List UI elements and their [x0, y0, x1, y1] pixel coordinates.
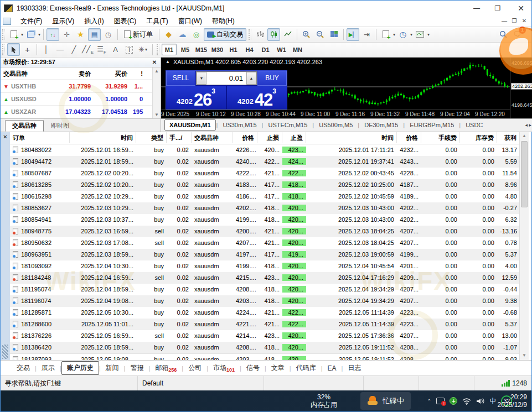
- equidistant-channel-tool[interactable]: ╱╱E: [81, 43, 94, 56]
- profiles-dropdown[interactable]: ▾: [38, 32, 40, 37]
- maximize-button[interactable]: ❐: [490, 3, 505, 14]
- new-order-button[interactable]: + 新订单: [121, 28, 156, 41]
- wifi-icon[interactable]: [462, 398, 471, 405]
- order-row[interactable]: 1810930922025.12.04 10:30...buy0.02xauus…: [10, 260, 519, 272]
- mdi-close-button[interactable]: ✕: [519, 16, 529, 26]
- order-row[interactable]: 1809506322025.12.03 17:08...sell0.02xauu…: [10, 237, 519, 249]
- strategy-tester-button[interactable]: ◷: [102, 28, 115, 41]
- terminal-tab-公司[interactable]: 公司: [183, 362, 206, 374]
- chart-tab-US30m-M15[interactable]: US30m,M15: [218, 120, 261, 130]
- chart-tab-USTECm-M15[interactable]: USTECm,M15: [264, 120, 312, 130]
- order-row[interactable]: 1809487752025.12.03 16:59...sell0.02xauu…: [10, 226, 519, 237]
- terminal-tab-文章[interactable]: 文章: [266, 362, 290, 374]
- autotrading-button[interactable]: ▶ 自动交易: [204, 28, 246, 41]
- mw-column-header[interactable]: 买价: [94, 70, 130, 78]
- terminal-toggle[interactable]: ▤: [88, 28, 101, 41]
- notifications-button[interactable]: 🗨︎ 1: [511, 28, 524, 41]
- orders-column-header[interactable]: 类型: [136, 132, 167, 143]
- terminal-tab-信号[interactable]: 信号: [241, 362, 265, 374]
- candlestick-button[interactable]: [267, 28, 280, 41]
- order-row[interactable]: 1809639512025.12.03 18:59...buy0.02xauus…: [10, 249, 519, 260]
- orders-column-header[interactable]: 手.../: [167, 132, 192, 143]
- bar-chart-button[interactable]: [254, 28, 266, 41]
- menu-item-工具[interactable]: 工具(T): [141, 16, 173, 27]
- market-watch-row[interactable]: ▼USXTHB31.779931.92991...: [1, 80, 152, 93]
- menu-item-文件[interactable]: 文件(F): [16, 16, 47, 27]
- market-watch-tab-交易品种[interactable]: 交易品种: [5, 120, 44, 132]
- connection-status[interactable]: 1248: [497, 376, 531, 390]
- tray-expand-icon[interactable]: ⌃: [427, 398, 431, 404]
- chart-area[interactable]: ▲ XAUUSDm,M1 4202.605 4203.220 4202.193 …: [161, 58, 532, 118]
- text-label-tool[interactable]: T: [123, 43, 136, 56]
- order-row[interactable]: 1806132852025.12.02 10:20...buy0.02xauus…: [10, 179, 519, 191]
- cursor-tool[interactable]: [7, 43, 20, 56]
- trendline-tool[interactable]: ╱: [68, 43, 80, 56]
- terminal-tab-新闻[interactable]: 新闻: [101, 362, 124, 374]
- tile-windows-button[interactable]: [328, 28, 340, 41]
- menu-item-窗口[interactable]: 窗口(W): [173, 16, 207, 27]
- speaker-icon[interactable]: [476, 398, 484, 405]
- terminal-tab-日志[interactable]: 日志: [343, 362, 366, 374]
- chart-tab-EURGBPm-M15[interactable]: EURGBPm,M15: [405, 120, 458, 130]
- orders-column-header[interactable]: 价格: [397, 132, 421, 143]
- orders-column-header[interactable]: 时间: [70, 132, 136, 143]
- terminal-close-icon[interactable]: ✕: [3, 134, 7, 140]
- text-tool[interactable]: A: [109, 43, 122, 56]
- collapse-triangle-icon[interactable]: ▲: [166, 59, 170, 64]
- order-row[interactable]: 1811950742025.12.04 18:59...buy0.02xauus…: [10, 284, 519, 295]
- timeframe-h4[interactable]: H4: [242, 44, 257, 55]
- scroll-up-icon[interactable]: ▲: [154, 69, 159, 74]
- navigator-button[interactable]: ★: [74, 28, 87, 41]
- terminal-tab-邮箱[interactable]: 邮箱256: [150, 362, 182, 374]
- chart-tab-XAUUSDm-M1[interactable]: XAUUSDm,M1: [164, 119, 216, 131]
- periods-button[interactable]: ◷: [396, 28, 409, 41]
- terminal-tab-警报[interactable]: 警报: [125, 362, 148, 374]
- chart-tab-US500m-M5[interactable]: US500m,M5: [314, 120, 357, 130]
- market-watch-row[interactable]: ▲USXUSD1.000001.000000: [1, 93, 152, 106]
- menu-item-显示[interactable]: 显示(V): [47, 16, 79, 27]
- buy-price-tile[interactable]: 4202 42 3: [227, 86, 287, 109]
- orders-column-header[interactable]: 交易品种: [192, 132, 233, 143]
- data-window-button[interactable]: ✛: [60, 28, 73, 41]
- indicators-dropdown[interactable]: ▾: [393, 32, 395, 37]
- terminal-tab-账户历史[interactable]: 账户历史: [61, 361, 99, 375]
- chart-tab-DE30m-M15[interactable]: DE30m,M15: [360, 120, 402, 130]
- line-chart-button[interactable]: [281, 28, 294, 41]
- menu-item-图表[interactable]: 图表(C): [109, 16, 142, 27]
- timeframe-m5[interactable]: M5: [178, 44, 193, 55]
- volume-input[interactable]: 0.01: [206, 72, 246, 85]
- signals-button[interactable]: ◎: [190, 28, 203, 41]
- terminal-tab-交易[interactable]: 交易: [12, 362, 35, 374]
- indicators-button[interactable]: +: [379, 28, 392, 41]
- tray-plus-icon[interactable]: +: [450, 397, 457, 405]
- orders-column-header[interactable]: 获利: [497, 132, 520, 143]
- order-row[interactable]: 1804830222025.12.01 16:59...buy0.02xauus…: [10, 144, 519, 156]
- terminal-scrollbar[interactable]: ▲ ▼: [519, 132, 529, 376]
- scroll-down-icon[interactable]: ▼: [522, 353, 526, 358]
- menu-item-帮助[interactable]: 帮助(H): [207, 16, 240, 27]
- scroll-up-icon[interactable]: ▲: [522, 133, 526, 138]
- sell-button[interactable]: SELL: [166, 71, 195, 86]
- toolbar-grip[interactable]: [2, 44, 5, 55]
- orders-column-header[interactable]: 价格: [233, 132, 257, 143]
- new-chart-button[interactable]: +: [7, 28, 20, 41]
- templates-dropdown[interactable]: ▾: [427, 32, 430, 37]
- status-profile[interactable]: Default: [138, 376, 264, 390]
- order-row[interactable]: 1813864202025.12.05 18:59...buy0.02xauus…: [10, 342, 519, 353]
- chart-shift-button[interactable]: ⇥: [360, 28, 373, 41]
- fibonacci-tool[interactable]: ☰F: [95, 43, 108, 56]
- market-watch-toggle[interactable]: ↑↓: [47, 28, 59, 41]
- scrollbar-thumb[interactable]: [521, 141, 528, 207]
- order-row[interactable]: 1812858712025.12.05 10:30...buy0.02xauus…: [10, 307, 519, 319]
- timeframe-w1[interactable]: W1: [274, 44, 289, 55]
- terminal-grip[interactable]: [2, 345, 8, 359]
- monitor-alert-icon[interactable]: !: [436, 398, 445, 404]
- scroll-down-icon[interactable]: ▼: [154, 112, 159, 117]
- zoom-out-button[interactable]: [314, 28, 327, 41]
- order-row[interactable]: 1808549412025.12.03 10:37...buy0.02xauus…: [10, 214, 519, 226]
- terminal-tab-代码库[interactable]: 代码库: [291, 362, 321, 374]
- order-row[interactable]: 1811842482025.12.04 16:59...sell0.02xauu…: [10, 272, 519, 284]
- mdi-minimize-button[interactable]: —: [499, 16, 509, 26]
- market-watch-scrollbar[interactable]: ▲ ▼: [152, 67, 161, 118]
- mw-column-header[interactable]: 交易品种: [1, 70, 58, 78]
